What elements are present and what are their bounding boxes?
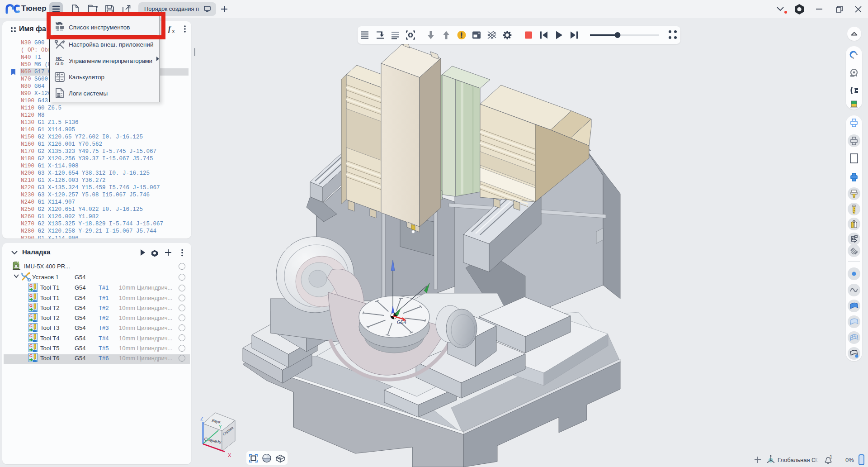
svg-text:1: 1 [830, 454, 832, 459]
svg-text:Z: Z [200, 416, 203, 421]
svg-text:X: X [228, 453, 231, 458]
svg-text:К: К [814, 457, 818, 463]
svg-text:0%: 0% [845, 457, 854, 463]
svg-text:f: f [168, 24, 172, 33]
svg-text:x: x [172, 29, 175, 33]
svg-text:Y: Y [219, 424, 222, 429]
svg-text:Глобальная С: Глобальная С [778, 457, 816, 463]
